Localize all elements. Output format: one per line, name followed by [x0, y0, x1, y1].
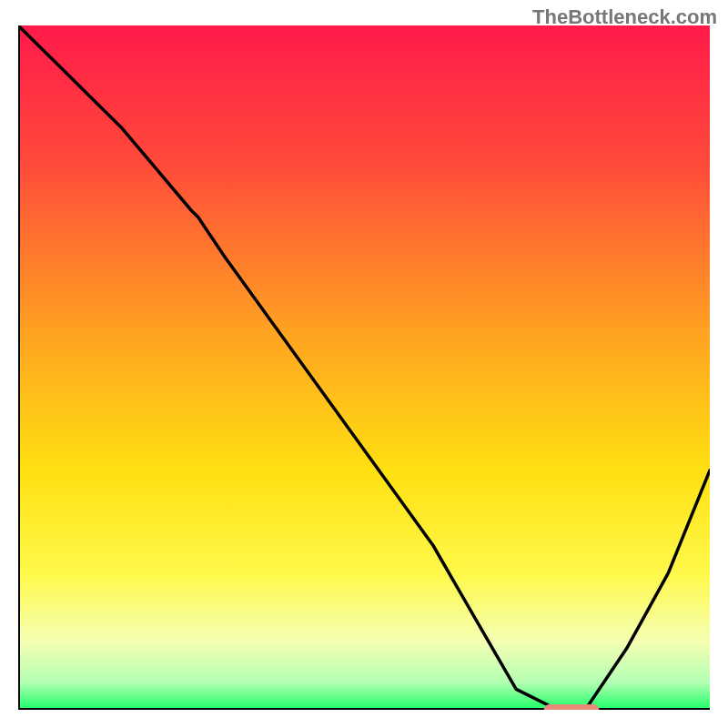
watermark-text: TheBottleneck.com — [532, 5, 717, 29]
target-marker — [544, 704, 600, 710]
chart-svg — [18, 25, 710, 710]
plot-area — [18, 25, 710, 710]
chart-container: TheBottleneck.com — [0, 0, 728, 728]
